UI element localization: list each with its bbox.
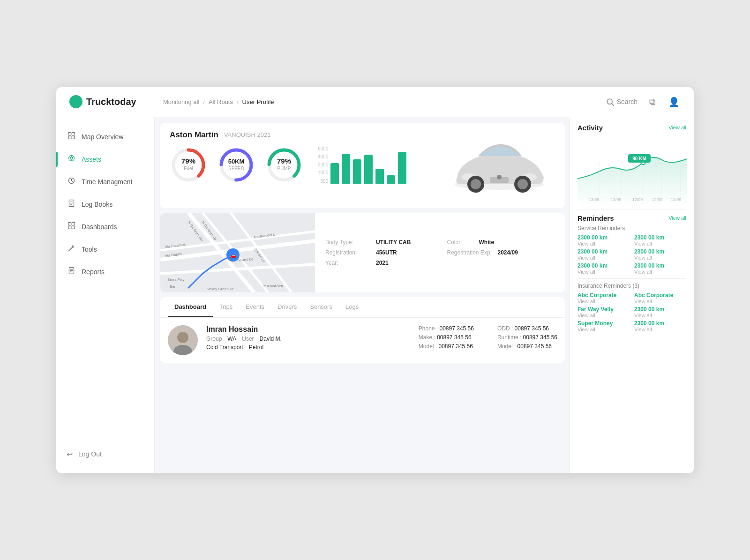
bar-5: [375, 169, 384, 184]
sidebar-item-tools[interactable]: Tools: [56, 238, 154, 261]
tab-sensors[interactable]: Sensors: [303, 297, 339, 317]
service-sub-3[interactable]: View all: [578, 255, 630, 261]
svg-text:Valley Green Dr: Valley Green Dr: [207, 287, 234, 291]
logo-text: Trucktoday: [86, 97, 136, 107]
sidebar-item-assets[interactable]: Assets: [56, 148, 154, 171]
driver-model: Model : 00897 345 56: [419, 343, 479, 350]
nav-right: Search ⧉ 👤: [606, 95, 681, 108]
svg-text:Bar: Bar: [170, 284, 176, 289]
driver-group-val: WA: [227, 336, 236, 342]
activity-view-all[interactable]: View all: [668, 125, 686, 130]
map-details-card: Via Napoli Via Palamos N De Anza Blv N·D…: [160, 213, 565, 292]
breadcrumb-item-3[interactable]: User Profile: [242, 98, 274, 105]
driver-make: Make : 00897 345 56: [419, 334, 479, 341]
svg-text:79%: 79%: [277, 157, 291, 165]
activity-section: Activity View all: [570, 117, 694, 204]
vehicle-details: Body Type: UTILITY CAB Color: White Regi…: [315, 213, 565, 292]
right-panel: Activity View all: [570, 117, 694, 473]
driver-transport: Cold Transport: [206, 344, 243, 351]
tab-drivers[interactable]: Drivers: [271, 297, 303, 317]
tab-dashboard[interactable]: Dashboard: [168, 297, 213, 317]
driver-phone: Phone : 00897 345 56: [419, 325, 479, 332]
bar-label-3: 2000: [318, 162, 328, 167]
service-km-3: 2300 00 km: [578, 248, 630, 255]
insurance-sub-4[interactable]: View all: [634, 313, 686, 318]
service-sub-1[interactable]: View all: [578, 241, 630, 246]
search-label: Search: [617, 98, 638, 105]
sidebar-label-map-overview: Map Overview: [82, 133, 123, 141]
insurance-name-6: 2300 00 km: [634, 320, 686, 327]
svg-text:90 KM: 90 KM: [632, 156, 646, 161]
tab-logs[interactable]: Logs: [339, 297, 365, 317]
search-button[interactable]: Search: [606, 98, 638, 106]
reminders-view-all[interactable]: View all: [668, 215, 686, 221]
driver-odd: ODD : 00897 345 56: [497, 325, 557, 332]
service-km-4: 2300 00 km: [634, 248, 686, 255]
car-svg: [443, 130, 555, 201]
service-sub-4[interactable]: View all: [634, 255, 686, 261]
sidebar-item-log-books[interactable]: Log Books: [56, 193, 154, 216]
sidebar-item-dashboards[interactable]: Dashboards: [56, 216, 154, 238]
activity-title: Activity: [578, 124, 603, 132]
logout-icon: ↩: [67, 450, 73, 459]
bar-3: [353, 159, 361, 184]
insurance-item-2: Abc Corporate View all: [634, 292, 686, 304]
svg-text:12/09: 12/09: [611, 197, 622, 202]
insurance-name-5: Super Money: [578, 320, 630, 327]
map-area: Via Napoli Via Palamos N De Anza Blv N·D…: [160, 213, 315, 292]
breadcrumb-item-1[interactable]: Monitoring all: [163, 98, 199, 105]
svg-point-41: [471, 179, 481, 189]
tabs-card: Dashboard Trips Events Drivers Sensors L…: [160, 297, 565, 363]
service-reminder-1: 2300 00 km View all: [578, 234, 630, 246]
logo: Trucktoday: [69, 95, 163, 108]
tab-trips[interactable]: Trips: [213, 297, 239, 317]
svg-line-1: [612, 103, 614, 105]
tab-events[interactable]: Events: [239, 297, 271, 317]
sidebar-label-time: Time Managment: [82, 178, 132, 186]
svg-point-45: [497, 175, 502, 179]
svg-text:79%: 79%: [181, 157, 195, 165]
service-reminder-3: 2300 00 km View all: [578, 248, 630, 261]
svg-rect-20: [72, 226, 75, 229]
sidebar-label-assets: Assets: [82, 156, 101, 163]
sidebar-item-time-management[interactable]: Time Managment: [56, 171, 154, 193]
insurance-sub-6[interactable]: View all: [634, 327, 686, 332]
reminders-section: Reminders View all Service Reminders 230…: [570, 214, 694, 339]
sidebar-label-reports: Reports: [82, 268, 105, 276]
svg-text:12/09: 12/09: [632, 197, 643, 202]
reminders-title: Reminders: [578, 214, 614, 222]
insurance-name-1: Abc Corporate: [578, 292, 630, 299]
sidebar-item-map-overview[interactable]: Map Overview: [56, 126, 154, 148]
driver-runtime-val: 00897 345 56: [523, 334, 557, 341]
svg-text:🚗: 🚗: [230, 252, 237, 259]
bar-chart: 6000 4000 2000 1000 500: [318, 146, 406, 184]
service-km-1: 2300 00 km: [578, 234, 630, 241]
driver-model2: Model : 00897 345 56: [497, 343, 557, 350]
logout-button[interactable]: ↩ Log Out: [56, 444, 154, 465]
service-reminders-grid: 2300 00 km View all 2300 00 km View all …: [578, 234, 686, 275]
breadcrumb-item-2[interactable]: All Routs: [209, 98, 233, 105]
driver-info: Imran Hossain Group WA User David M. Col…: [206, 325, 410, 351]
breadcrumb: Monitoring all / All Routs / User Profil…: [163, 98, 606, 105]
svg-text:Mariani Ave: Mariani Ave: [263, 284, 283, 288]
user-icon[interactable]: 👤: [668, 95, 681, 108]
map-overview-icon: [67, 132, 76, 142]
driver-stats: Phone : 00897 345 56 ODD : 00897 345 56 …: [419, 325, 557, 350]
insurance-sub-2[interactable]: View all: [634, 299, 686, 304]
insurance-sub-3[interactable]: View all: [578, 313, 630, 318]
tabs-row: Dashboard Trips Events Drivers Sensors L…: [160, 297, 565, 318]
driver-fuel: Petrol: [249, 344, 263, 351]
insurance-sub-5[interactable]: View all: [578, 327, 630, 332]
sidebar-item-reports[interactable]: Reports: [56, 261, 154, 283]
body-type-label: Body Type:: [325, 239, 372, 246]
service-sub-6[interactable]: View all: [634, 269, 686, 275]
service-sub-5[interactable]: View all: [578, 269, 630, 275]
window-icon[interactable]: ⧉: [646, 95, 659, 108]
svg-rect-17: [68, 222, 71, 225]
insurance-item-3: Far Way Velly View all: [578, 306, 630, 318]
car-image: [443, 130, 555, 201]
insurance-sub-1[interactable]: View all: [578, 299, 630, 304]
service-sub-2[interactable]: View all: [634, 241, 686, 246]
sidebar-label-dashboards: Dashboards: [82, 223, 117, 231]
vehicle-card: Aston Martin VANQUISH 2021: [160, 123, 565, 208]
